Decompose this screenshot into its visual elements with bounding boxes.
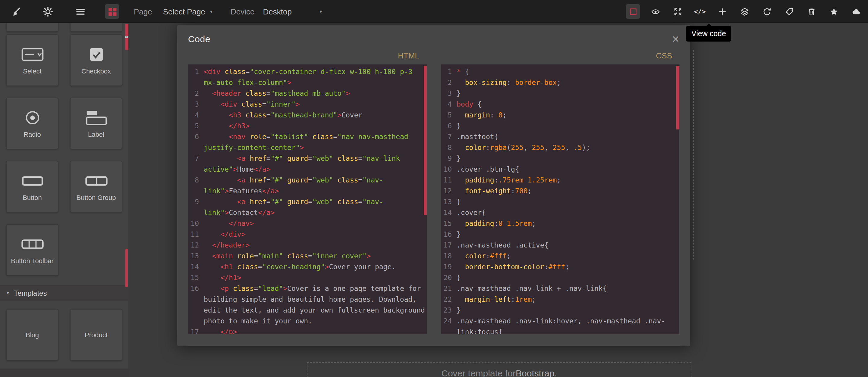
code-token: }	[457, 230, 461, 238]
layers-stack-button[interactable]	[737, 4, 752, 19]
page-select-value: Select Page	[163, 7, 205, 16]
code-line-content: </h3>	[204, 121, 427, 131]
device-select[interactable]: Desktop ▾	[263, 7, 322, 16]
code-token	[457, 295, 465, 304]
code-token: >	[337, 111, 341, 119]
code-token	[237, 100, 241, 108]
code-line: 13}	[441, 196, 679, 207]
line-number: 12	[188, 240, 204, 250]
code-token	[457, 111, 465, 119]
code-token: =	[262, 100, 267, 108]
tag-button[interactable]	[782, 4, 796, 19]
tag-icon	[784, 7, 794, 16]
category-templates[interactable]: ▾ Templates	[0, 285, 128, 301]
code-token: <a	[237, 154, 246, 163]
code-line: 10.cover .btn-lg{	[441, 164, 679, 175]
view-code-icon: </>	[694, 7, 706, 15]
blocks-grid-button[interactable]	[105, 4, 120, 19]
code-line-content: * {	[457, 66, 679, 77]
sidebar-scrollbar[interactable]	[125, 249, 128, 287]
code-token: border-bottom-color	[465, 263, 544, 271]
page-select[interactable]: Select Page ▾	[163, 7, 213, 16]
code-line-content: body {	[457, 99, 679, 110]
block-label[interactable]: Label	[70, 98, 122, 149]
gear-button[interactable]	[41, 4, 56, 19]
code-token: }	[457, 89, 461, 98]
code-line: 11 padding:.75rem 1.25rem;	[441, 175, 679, 185]
label-icon	[85, 109, 107, 126]
code-token: "masthead mb-auto"	[271, 89, 346, 98]
fullscreen-button[interactable]	[670, 4, 685, 19]
editor-scrollbar[interactable]	[424, 66, 427, 215]
code-line: 14.cover{	[441, 207, 679, 218]
code-token: <a	[237, 176, 246, 184]
css-panel-label: CSS	[441, 51, 679, 60]
code-line: 16 <p class="lead">Cover is a one-page t…	[188, 283, 427, 327]
line-number: 10	[188, 218, 204, 229]
code-token	[204, 89, 212, 98]
block-radio[interactable]: Radio	[6, 98, 59, 149]
code-token	[457, 252, 465, 260]
selected-footer-component[interactable]: Cover template for Bootstrap.	[307, 362, 691, 377]
code-token	[204, 154, 237, 163]
line-number: 13	[188, 250, 204, 261]
code-token: "#"	[271, 198, 283, 206]
code-token: =	[308, 176, 312, 184]
code-line-content: }	[457, 121, 679, 131]
block-checkbox[interactable]: Checkbox	[70, 34, 122, 86]
code-token: guard	[287, 154, 308, 163]
code-token: ;	[557, 78, 561, 87]
code-line-content: }	[457, 88, 679, 99]
cloud-icon	[851, 7, 861, 16]
code-line: 9 <a href="#" guard="web" class="nav-lin…	[188, 196, 427, 218]
cloud-button[interactable]	[849, 4, 863, 19]
footer-text-period: .	[554, 368, 557, 377]
view-code-button[interactable]: </>	[692, 4, 707, 19]
code-line-content: }	[457, 196, 679, 207]
menu-button[interactable]	[73, 4, 87, 19]
block-button-toolbar[interactable]: Button Toolbar	[6, 224, 59, 276]
code-line: 18 color:#fff;	[441, 250, 679, 261]
add-button[interactable]	[715, 4, 730, 19]
trash-icon	[807, 7, 816, 16]
code-token	[204, 263, 220, 271]
code-token	[333, 176, 337, 184]
code-line: 24.nav-masthead .nav-link:hover, .nav-ma…	[441, 316, 679, 334]
code-token: :	[490, 111, 498, 119]
code-modal: Code × HTML 1<div class="cover-container…	[177, 25, 690, 346]
borders-visibility-button[interactable]	[626, 4, 640, 19]
star-button[interactable]	[827, 4, 841, 19]
code-token	[204, 284, 220, 293]
code-token: =	[267, 154, 271, 163]
close-icon[interactable]: ×	[672, 34, 679, 44]
block-select[interactable]: Select	[6, 34, 59, 86]
code-token: "#"	[271, 154, 283, 163]
code-token: =	[254, 284, 258, 293]
code-line: 6}	[441, 121, 679, 131]
block-blog[interactable]: Blog	[6, 309, 59, 361]
editor-scrollbar[interactable]	[676, 66, 679, 130]
code-token: guard	[287, 198, 308, 206]
trash-button[interactable]	[804, 4, 818, 19]
code-token	[204, 252, 212, 260]
preview-eye-button[interactable]	[648, 4, 662, 19]
html-code-editor[interactable]: 1<div class="cover-container d-flex w-10…	[188, 64, 427, 334]
css-code-editor[interactable]: 1* {2 box-sizing: border-box;3}4body {5 …	[441, 64, 679, 334]
block-button[interactable]: Button	[6, 161, 59, 213]
code-token: =	[267, 176, 271, 184]
code-line-content: <div class="cover-container d-flex w-100…	[204, 66, 427, 88]
line-number: 5	[441, 110, 457, 121]
code-token	[502, 219, 507, 228]
block-product[interactable]: Product	[70, 309, 122, 361]
chevron-down-icon: ▾	[319, 9, 322, 14]
code-token: "web"	[312, 154, 333, 163]
undo-button[interactable]	[760, 4, 774, 19]
block-button-group[interactable]: Button Group	[70, 161, 122, 213]
code-token: >	[287, 78, 291, 87]
code-line-content: <h1 class="cover-heading">Cover your pag…	[204, 261, 427, 272]
block-label: Select	[22, 67, 42, 75]
code-line: 16}	[441, 229, 679, 240]
code-token: :	[507, 78, 515, 87]
paint-brush-button[interactable]	[9, 4, 23, 19]
code-token: ;	[528, 187, 532, 195]
